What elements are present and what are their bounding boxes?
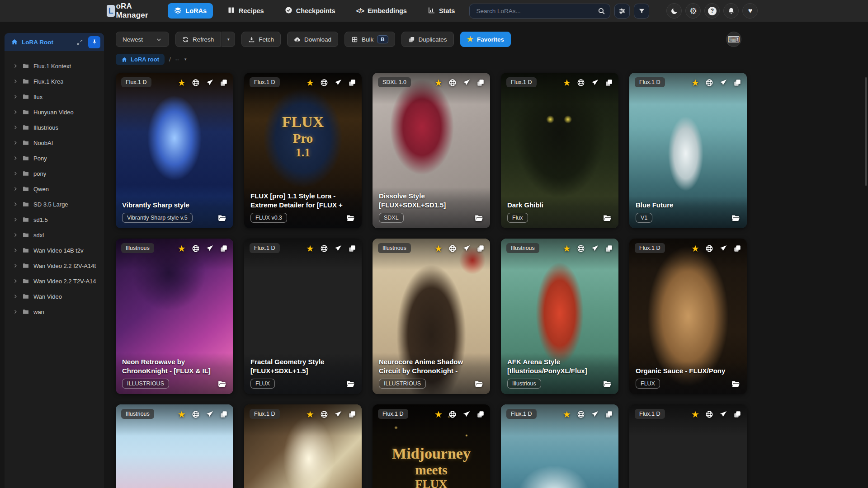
favorite-star-icon[interactable]: ★ <box>563 244 571 253</box>
copy-icon[interactable] <box>476 244 485 253</box>
sidebar-folder-pony[interactable]: pony <box>9 166 99 181</box>
keyboard-shortcuts-button[interactable]: ⌨ <box>726 32 741 47</box>
breadcrumb-root[interactable]: LoRA root <box>116 54 165 65</box>
sidebar-folder-qwen[interactable]: Qwen <box>9 181 99 197</box>
send-icon[interactable] <box>206 410 214 418</box>
help-button[interactable]: ? <box>704 3 720 19</box>
chevron-right-icon[interactable] <box>13 217 18 222</box>
civitai-globe-icon[interactable] <box>448 410 457 418</box>
civitai-globe-icon[interactable] <box>577 244 585 253</box>
lora-card[interactable]: Flux.1 D★Fractal Geometry Style [FLUX+SD… <box>244 239 362 394</box>
sort-select[interactable]: Newest <box>116 32 169 47</box>
civitai-globe-icon[interactable] <box>705 79 713 87</box>
lora-card[interactable]: Flux.1 D★Vibrantly Sharp styleVibrantly … <box>116 73 233 228</box>
favorite-star-icon[interactable]: ★ <box>691 410 699 419</box>
send-icon[interactable] <box>334 79 342 87</box>
chevron-right-icon[interactable] <box>13 186 18 192</box>
sidebar-folder-noobai[interactable]: NoobAI <box>9 135 99 150</box>
sidebar-folder-wan-video-14b-t2v[interactable]: Wan Video 14B t2v <box>9 243 99 258</box>
open-folder-icon[interactable] <box>474 213 484 223</box>
copy-icon[interactable] <box>220 410 228 418</box>
lora-card[interactable]: Flux.1 D★Blue FutureV1 <box>629 73 747 228</box>
civitai-globe-icon[interactable] <box>320 244 328 253</box>
civitai-globe-icon[interactable] <box>577 410 585 418</box>
copy-icon[interactable] <box>476 79 485 87</box>
sidebar-folder-wan-video[interactable]: Wan Video <box>9 289 99 304</box>
send-icon[interactable] <box>206 79 214 87</box>
favorite-star-icon[interactable]: ★ <box>563 78 571 87</box>
bulk-button[interactable]: Bulk B <box>344 32 395 47</box>
favorite-star-icon[interactable]: ★ <box>178 410 186 419</box>
send-icon[interactable] <box>719 79 727 87</box>
copy-icon[interactable] <box>348 410 356 418</box>
copy-icon[interactable] <box>348 79 356 87</box>
open-folder-icon[interactable] <box>603 213 612 223</box>
send-icon[interactable] <box>206 244 214 253</box>
pin-sidebar-button[interactable] <box>88 36 100 48</box>
civitai-globe-icon[interactable] <box>448 244 457 253</box>
search-icon[interactable] <box>598 7 605 15</box>
copy-icon[interactable] <box>733 244 741 253</box>
favorite-star-icon[interactable]: ★ <box>178 244 186 253</box>
civitai-globe-icon[interactable] <box>577 79 585 87</box>
chevron-right-icon[interactable] <box>13 109 18 115</box>
sidebar-folder-wan-video-2-2-t2v-a14b[interactable]: Wan Video 2.2 T2V-A14B <box>9 273 99 289</box>
open-folder-icon[interactable] <box>346 213 355 223</box>
tab-stats[interactable]: Stats <box>421 3 461 19</box>
lora-card[interactable]: Flux.1 D★MidjourneymeetsFLUX <box>373 404 490 488</box>
copy-icon[interactable] <box>605 79 613 87</box>
favorite-star-icon[interactable]: ★ <box>306 78 314 87</box>
civitai-globe-icon[interactable] <box>192 79 200 87</box>
lora-card[interactable]: Flux.1 D★ <box>501 404 618 488</box>
chevron-right-icon[interactable] <box>13 263 18 268</box>
sidebar-folder-wan-video-2-2-i2v-a14b[interactable]: Wan Video 2.2 I2V-A14B <box>9 258 99 273</box>
chevron-right-icon[interactable] <box>13 63 18 69</box>
favorite-star-icon[interactable]: ★ <box>563 410 571 419</box>
search-options-button[interactable] <box>614 4 630 19</box>
refresh-button[interactable]: Refresh <box>175 32 221 47</box>
copy-icon[interactable] <box>220 79 228 87</box>
open-folder-icon[interactable] <box>731 379 741 389</box>
open-folder-icon[interactable] <box>731 213 741 223</box>
lora-card[interactable]: SDXL 1.0★Dissolve Style [FLUX+SDXL+SD1.5… <box>373 73 490 228</box>
lora-card[interactable]: Flux.1 D★Organic Sauce - FLUX/PonyFLUX <box>629 239 747 394</box>
chevron-right-icon[interactable] <box>13 125 18 130</box>
favorite-star-icon[interactable]: ★ <box>178 78 186 87</box>
send-icon[interactable] <box>591 244 599 253</box>
sidebar-folder-illustrious[interactable]: Illustrious <box>9 120 99 135</box>
chevron-right-icon[interactable] <box>13 140 18 145</box>
lora-card[interactable]: Illustrious★AFK Arena Style [Illustrious… <box>501 239 618 394</box>
breadcrumb-caret-icon[interactable]: ▼ <box>184 57 187 61</box>
sidebar-folder-sd1-5[interactable]: sd1.5 <box>9 212 99 227</box>
open-folder-icon[interactable] <box>474 379 484 389</box>
fetch-button[interactable]: Fetch <box>241 32 281 47</box>
chevron-right-icon[interactable] <box>13 202 18 207</box>
send-icon[interactable] <box>462 79 471 87</box>
sidebar-header[interactable]: LoRA Root <box>5 33 104 51</box>
chevron-right-icon[interactable] <box>13 79 18 84</box>
favorite-star-icon[interactable]: ★ <box>434 244 443 253</box>
chevron-right-icon[interactable] <box>13 309 18 314</box>
lora-card[interactable]: Illustrious★ <box>116 404 233 488</box>
lora-card[interactable]: Flux.1 D★FLUXPro1.1FLUX [pro] 1.1 Style … <box>244 73 362 228</box>
chevron-right-icon[interactable] <box>13 278 18 284</box>
sidebar-folder-pony[interactable]: Pony <box>9 150 99 166</box>
favorites-nav-button[interactable]: ♥ <box>742 3 758 19</box>
send-icon[interactable] <box>591 410 599 418</box>
chevron-right-icon[interactable] <box>13 294 18 299</box>
sidebar-folder-flux-1-krea[interactable]: Flux.1 Krea <box>9 74 99 89</box>
favorite-star-icon[interactable]: ★ <box>691 78 699 87</box>
duplicates-button[interactable]: Duplicates <box>401 32 454 47</box>
sidebar-folder-flux[interactable]: flux <box>9 89 99 104</box>
chevron-right-icon[interactable] <box>13 232 18 238</box>
favorites-filter-button[interactable]: ★ Favorites <box>460 32 511 47</box>
sidebar-folder-sd-3-5-large[interactable]: SD 3.5 Large <box>9 197 99 212</box>
send-icon[interactable] <box>719 244 727 253</box>
lora-card[interactable]: Flux.1 D★Dark GhibliFlux <box>501 73 618 228</box>
open-folder-icon[interactable] <box>346 379 355 389</box>
civitai-globe-icon[interactable] <box>705 410 713 418</box>
sidebar-folder-flux-1-kontext[interactable]: Flux.1 Kontext <box>9 58 99 74</box>
copy-icon[interactable] <box>605 410 613 418</box>
collapse-tree-icon[interactable] <box>75 38 85 47</box>
open-folder-icon[interactable] <box>603 379 612 389</box>
